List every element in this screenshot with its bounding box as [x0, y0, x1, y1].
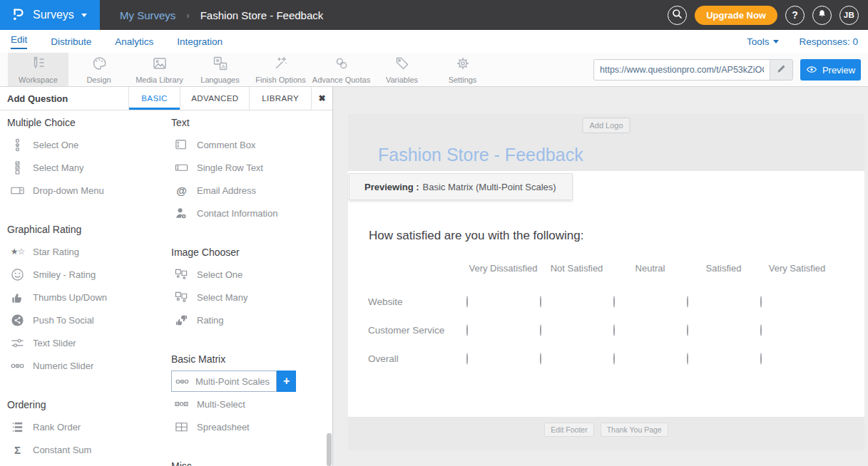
selected-question-type-box[interactable]: Multi-Point Scales — [171, 371, 277, 392]
numeric-slider-icon — [10, 358, 25, 373]
tool-workspace[interactable]: Workspace — [8, 53, 68, 86]
upgrade-now-button[interactable]: Upgrade Now — [695, 6, 777, 25]
section-image-chooser: Image Chooser Select One Select Many Rat… — [171, 242, 327, 331]
tool-design[interactable]: Design — [68, 53, 129, 86]
qtype-label: Rating — [197, 315, 224, 326]
tool-settings[interactable]: Settings — [432, 53, 493, 86]
matrix-row-label: Website — [368, 296, 466, 307]
tool-advance-quotas[interactable]: Advance Quotas — [311, 53, 372, 86]
qtype-spreadsheet[interactable]: Spreadsheet — [171, 415, 327, 438]
matrix-radio[interactable] — [466, 296, 468, 308]
qtype-label: Star Rating — [33, 247, 79, 257]
qtype-contact-information[interactable]: Contact Information — [171, 202, 327, 224]
qtype-single-row-text[interactable]: Single Row Text — [171, 156, 327, 179]
tool-variables[interactable]: Variables — [372, 53, 432, 86]
pencil-icon — [776, 63, 787, 76]
preview-button[interactable]: Preview — [800, 59, 861, 81]
tab-basic[interactable]: BASIC — [128, 87, 180, 110]
matrix-radio[interactable] — [613, 353, 615, 365]
qtype-drag-and-drop[interactable]: Drag and Drop — [7, 461, 167, 466]
responses-count[interactable]: Responses: 0 — [799, 36, 858, 47]
help-button[interactable]: ? — [785, 6, 805, 25]
survey-url-group — [593, 59, 793, 81]
tool-finish-options[interactable]: Finish Options — [250, 53, 311, 86]
qtype-image-rating[interactable]: Rating — [171, 309, 327, 331]
tab-edit[interactable]: Edit — [11, 34, 27, 49]
tool-label: Settings — [449, 76, 477, 84]
tools-menu[interactable]: Tools — [747, 36, 780, 47]
qtype-numeric-slider[interactable]: Numeric Slider — [7, 354, 167, 377]
matrix-radio[interactable] — [540, 353, 541, 365]
edit-url-button[interactable] — [770, 60, 792, 80]
settings-icon — [454, 55, 471, 73]
qtype-text-slider[interactable]: Text Slider — [7, 331, 167, 354]
qtype-select-one[interactable]: Select One — [7, 133, 167, 156]
qtype-constant-sum[interactable]: Σ Constant Sum — [7, 438, 167, 461]
qtype-rank-order[interactable]: Rank Order — [7, 415, 167, 438]
select-many-icon — [10, 160, 25, 175]
qtype-label: Email Address — [197, 185, 256, 196]
qtype-thumbs-up-down[interactable]: Thumbs Up/Down — [7, 286, 167, 309]
qtype-label: Constant Sum — [33, 445, 91, 455]
tool-languages[interactable]: A Languages — [190, 53, 250, 86]
panel-body: Multiple Choice Select One Select Many D… — [0, 110, 332, 466]
tab-advanced[interactable]: ADVANCED — [180, 87, 249, 110]
qtype-label: Contact Information — [197, 208, 277, 219]
matrix-radio[interactable] — [540, 324, 541, 336]
matrix-radio[interactable] — [687, 324, 688, 336]
qtype-select-many[interactable]: Select Many — [7, 156, 167, 179]
edit-footer-button[interactable]: Edit Footer — [544, 423, 593, 437]
matrix-radio[interactable] — [687, 296, 688, 308]
qtype-image-select-many[interactable]: Select Many — [171, 286, 327, 309]
help-icon: ? — [792, 9, 798, 21]
qtype-dropdown-menu[interactable]: Drop-down Menu — [7, 179, 167, 202]
qtype-smiley-rating[interactable]: Smiley - Rating — [7, 263, 167, 286]
matrix-radio[interactable] — [760, 353, 762, 365]
matrix-radio[interactable] — [613, 324, 615, 336]
add-question-button[interactable]: + — [277, 371, 296, 392]
qtype-push-to-social[interactable]: Push To Social — [7, 309, 167, 331]
product-menu[interactable]: Surveys — [0, 0, 100, 30]
matrix-row-overall: Overall — [368, 344, 836, 373]
matrix-radio[interactable] — [760, 324, 762, 336]
qtype-email-address[interactable]: @ Email Address — [171, 179, 327, 202]
close-panel-button[interactable]: ✖ — [311, 87, 332, 110]
user-avatar[interactable]: JB — [839, 6, 859, 25]
section-multiple-choice: Multiple Choice Select One Select Many D… — [7, 112, 167, 202]
thank-you-page-button[interactable]: Thank You Page — [601, 423, 668, 437]
qtype-comment-box[interactable]: Comment Box — [171, 133, 327, 156]
single-row-text-icon — [174, 160, 189, 175]
qtype-star-rating[interactable]: ★☆ Star Rating — [7, 240, 167, 263]
tab-integration[interactable]: Integration — [177, 36, 223, 47]
tool-media-library[interactable]: Media Library — [129, 53, 190, 86]
question-preview-area: Previewing : Basic Matrix (Multi-Point S… — [348, 171, 864, 417]
search-button[interactable] — [668, 6, 687, 25]
chevron-down-icon — [81, 14, 87, 17]
qtype-label: Spreadsheet — [197, 422, 250, 433]
breadcrumb-parent[interactable]: My Surveys — [120, 9, 175, 21]
qtype-label: Push To Social — [33, 315, 94, 326]
section-basic-matrix: Basic Matrix Multi-Point Scales + Multi-… — [171, 348, 327, 438]
matrix-radio[interactable] — [466, 324, 468, 336]
matrix-radio[interactable] — [760, 296, 762, 308]
add-logo-button[interactable]: Add Logo — [582, 118, 630, 133]
tab-analytics[interactable]: Analytics — [115, 36, 153, 47]
notifications-button[interactable] — [812, 6, 832, 25]
matrix-radio[interactable] — [687, 353, 688, 365]
qtype-label: Numeric Slider — [33, 361, 93, 371]
qtype-label: Single Row Text — [197, 162, 263, 173]
top-bar: Surveys My Surveys › Fashion Store - Fee… — [0, 0, 868, 30]
tab-distribute[interactable]: Distribute — [51, 36, 91, 47]
qtype-multi-select[interactable]: Multi-Select — [171, 393, 327, 415]
matrix-radio[interactable] — [613, 296, 615, 308]
qtype-multi-point-scales-selected[interactable]: Multi-Point Scales + — [171, 371, 327, 392]
qtype-label: Rank Order — [33, 422, 81, 433]
tab-library[interactable]: LIBRARY — [249, 87, 311, 110]
subnav-right: Tools Responses: 0 — [747, 36, 868, 47]
qtype-image-select-one[interactable]: Select One — [171, 263, 327, 286]
panel-scrollbar-thumb[interactable] — [327, 433, 332, 466]
matrix-radio[interactable] — [540, 296, 541, 308]
matrix-row-label: Customer Service — [368, 325, 466, 336]
matrix-radio[interactable] — [466, 353, 468, 365]
survey-url-input[interactable] — [594, 60, 770, 80]
